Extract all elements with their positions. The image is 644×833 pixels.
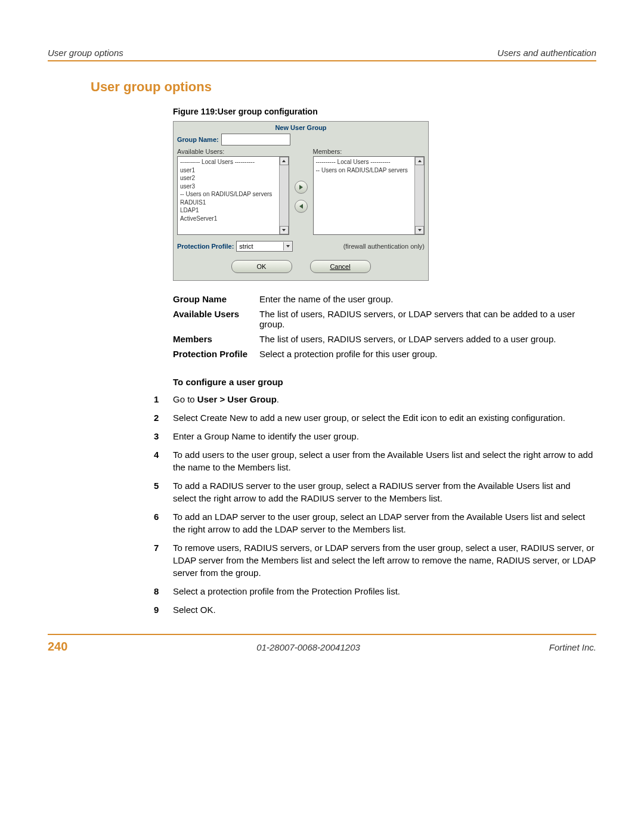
step-text: Go to User > User Group. — [173, 393, 596, 405]
scroll-down-button[interactable] — [280, 226, 289, 234]
available-users-listbox[interactable]: ---------- Local Users ---------- user1 … — [177, 156, 289, 235]
scroll-up-button[interactable] — [415, 157, 424, 165]
group-name-input[interactable] — [221, 134, 290, 145]
step-text: Select OK. — [173, 603, 596, 616]
list-item[interactable]: RADUIS1 — [180, 199, 278, 207]
list-item[interactable]: user3 — [180, 182, 278, 191]
step-num: 2 — [154, 411, 173, 424]
cancel-button[interactable]: Cancel — [310, 260, 371, 273]
protection-profile-value: strict — [237, 243, 283, 250]
scroll-down-button[interactable] — [415, 226, 424, 234]
steps-list: 1 Go to User > User Group. 2Select Creat… — [154, 393, 596, 616]
footer-divider — [48, 634, 596, 635]
list-item[interactable]: ---------- Local Users ---------- — [180, 158, 278, 166]
header-divider — [48, 60, 596, 61]
step-num: 8 — [154, 585, 173, 597]
page-footer: 240 01-28007-0068-20041203 Fortinet Inc. — [48, 640, 596, 654]
step-text: To add a RADIUS server to the user group… — [173, 479, 596, 504]
step-num: 9 — [154, 603, 173, 616]
def-label: Available Users — [173, 306, 259, 332]
step-num: 5 — [154, 479, 173, 504]
header-right: Users and authentication — [497, 48, 596, 58]
chevron-down-icon — [283, 242, 292, 250]
protection-profile-select[interactable]: strict — [236, 241, 293, 252]
step-num: 1 — [154, 393, 173, 405]
figure-caption: Figure 119:User group configuration — [173, 107, 596, 116]
scrollbar[interactable] — [414, 157, 424, 234]
def-text: The list of users, RADIUS servers, or LD… — [259, 332, 596, 346]
ok-button[interactable]: OK — [231, 260, 292, 273]
step-text: To add users to the user group, select a… — [173, 448, 596, 473]
chevron-up-icon — [418, 160, 422, 162]
chevron-up-icon — [282, 160, 286, 162]
configure-subheading: To configure a user group — [173, 377, 596, 387]
list-item[interactable]: ActiveServer1 — [180, 215, 278, 223]
members-listbox[interactable]: ---------- Local Users ---------- -- Use… — [313, 156, 425, 235]
add-arrow-button[interactable] — [295, 181, 308, 194]
list-item[interactable]: -- Users on RADIUS/LDAP servers — [180, 190, 278, 199]
step-text: Enter a Group Name to identify the user … — [173, 430, 596, 442]
def-text: Select a protection profile for this use… — [259, 346, 596, 361]
list-item[interactable]: LDAP1 — [180, 206, 278, 215]
step-text: To add an LDAP server to the user group,… — [173, 510, 596, 535]
header-left: User group options — [48, 48, 123, 58]
step-num: 7 — [154, 541, 173, 579]
chevron-down-icon — [282, 229, 286, 231]
def-label: Group Name — [173, 292, 259, 306]
group-name-label: Group Name: — [177, 136, 219, 143]
chevron-down-icon — [418, 229, 422, 231]
step-text: To remove users, RADIUS servers, or LDAP… — [173, 541, 596, 579]
step-text: Select a protection profile from the Pro… — [173, 585, 596, 597]
firewall-auth-note: (firewall authentication only) — [343, 243, 425, 250]
new-user-group-dialog: New User Group Group Name: Available Use… — [173, 121, 429, 281]
def-text: The list of users, RADIUS servers, or LD… — [259, 306, 596, 332]
list-item[interactable]: ---------- Local Users ---------- — [316, 158, 414, 166]
arrow-left-icon — [299, 204, 303, 209]
list-item[interactable]: user2 — [180, 174, 278, 182]
list-item[interactable]: user1 — [180, 166, 278, 175]
footer-doc-id: 01-28007-0068-20041203 — [256, 642, 360, 652]
scrollbar[interactable] — [279, 157, 289, 234]
page-title: User group options — [91, 79, 596, 95]
def-text: Enter the name of the user group. — [259, 292, 596, 306]
definitions-table: Group Name Enter the name of the user gr… — [173, 292, 596, 361]
scroll-up-button[interactable] — [280, 157, 289, 165]
available-users-label: Available Users: — [177, 148, 289, 155]
arrow-right-icon — [299, 185, 303, 190]
page-header: User group options Users and authenticat… — [48, 48, 596, 58]
def-label: Members — [173, 332, 259, 346]
step-num: 3 — [154, 430, 173, 442]
members-label: Members: — [313, 148, 425, 155]
page-number: 240 — [48, 640, 67, 654]
step-text: Select Create New to add a new user grou… — [173, 411, 596, 424]
step-num: 4 — [154, 448, 173, 473]
dialog-title: New User Group — [174, 122, 428, 134]
remove-arrow-button[interactable] — [295, 200, 308, 213]
step-num: 6 — [154, 510, 173, 535]
def-label: Protection Profile — [173, 346, 259, 361]
footer-company: Fortinet Inc. — [549, 642, 596, 652]
protection-profile-label: Protection Profile: — [177, 243, 234, 250]
list-item[interactable]: -- Users on RADIUS/LDAP servers — [316, 166, 414, 175]
